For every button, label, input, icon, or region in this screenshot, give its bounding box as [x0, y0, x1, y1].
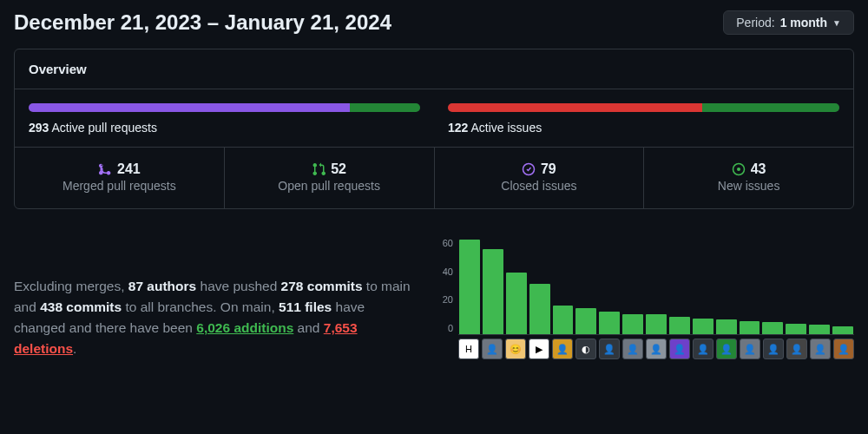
- pull-requests-summary[interactable]: 293 Active pull requests: [29, 103, 420, 135]
- contributor-bar[interactable]: [762, 322, 783, 334]
- pr-open-icon: [312, 162, 326, 176]
- stat-label: New issues: [651, 179, 846, 193]
- contributor-bar[interactable]: [740, 321, 760, 334]
- period-selector[interactable]: Period: 1 month ▼: [723, 10, 854, 35]
- contributor-avatar[interactable]: ▶: [529, 339, 549, 359]
- issue-label: Active issues: [470, 121, 542, 135]
- contributor-avatar[interactable]: 👤: [599, 339, 620, 359]
- issue-closed-icon: [522, 162, 536, 176]
- contributor-avatar[interactable]: 👤: [482, 339, 503, 359]
- contributor-avatar[interactable]: 👤: [763, 339, 784, 359]
- merge-icon: [98, 162, 112, 176]
- contributor-bar[interactable]: [669, 317, 690, 334]
- stat-count: 52: [331, 161, 346, 177]
- y-tick: 60: [443, 238, 453, 248]
- pr-count: 293: [29, 121, 49, 135]
- stat-label: Open pull requests: [232, 179, 427, 193]
- stat-label: Closed issues: [442, 179, 637, 193]
- pr-progress-bar: [29, 103, 420, 112]
- issue-progress-bar: [448, 103, 839, 112]
- contributors-chart: 6040200 H👤😊▶👤◐👤👤👤👤👤👤👤👤👤👤👤: [443, 233, 854, 359]
- contributor-avatar[interactable]: 😊: [505, 339, 526, 359]
- contributor-avatar[interactable]: 👤: [810, 339, 831, 359]
- stat-cell-issue-closed[interactable]: 79Closed issues: [435, 148, 645, 208]
- contributor-bar[interactable]: [786, 324, 806, 334]
- contributor-avatar[interactable]: 👤: [716, 339, 737, 359]
- contributor-avatar[interactable]: 👤: [833, 339, 854, 359]
- stat-cell-pr-open[interactable]: 52Open pull requests: [225, 148, 435, 208]
- contributor-bar[interactable]: [553, 306, 574, 334]
- contributor-avatar[interactable]: H: [458, 339, 479, 359]
- additions-link[interactable]: 6,026 additions: [196, 320, 293, 335]
- contributor-avatar[interactable]: 👤: [693, 339, 713, 359]
- stat-cell-merge[interactable]: 241Merged pull requests: [15, 148, 225, 208]
- stat-label: Merged pull requests: [22, 179, 217, 193]
- stat-count: 79: [541, 161, 556, 177]
- pr-label: Active pull requests: [51, 121, 156, 135]
- y-tick: 40: [443, 266, 453, 277]
- period-label: Period:: [736, 16, 774, 30]
- y-tick: 0: [443, 323, 453, 333]
- svg-point-2: [737, 168, 740, 171]
- y-tick: 20: [443, 294, 453, 305]
- contributor-bar[interactable]: [483, 249, 503, 334]
- contributor-bar[interactable]: [832, 326, 853, 334]
- contributor-avatar[interactable]: 👤: [786, 339, 807, 359]
- contributor-bar[interactable]: [622, 314, 643, 334]
- contributor-avatar[interactable]: 👤: [622, 339, 643, 359]
- date-range: December 21, 2023 – January 21, 2024: [14, 10, 391, 35]
- period-value: 1 month: [780, 16, 827, 30]
- contributor-bar[interactable]: [693, 319, 713, 334]
- issue-open-icon: [732, 162, 746, 176]
- commit-summary: Excluding merges, 87 authors have pushed…: [14, 276, 418, 359]
- issues-summary[interactable]: 122 Active issues: [448, 103, 839, 135]
- chevron-down-icon: ▼: [832, 18, 841, 28]
- stat-count: 241: [117, 161, 141, 177]
- issue-count: 122: [448, 121, 468, 135]
- overview-title: Overview: [15, 49, 853, 89]
- contributor-avatar[interactable]: 👤: [552, 339, 573, 359]
- contributor-bar[interactable]: [506, 273, 527, 334]
- contributor-avatar[interactable]: 👤: [646, 339, 667, 359]
- contributor-bar[interactable]: [716, 319, 737, 334]
- contributor-bar[interactable]: [599, 312, 620, 334]
- contributor-bar[interactable]: [529, 284, 550, 334]
- contributor-bar[interactable]: [809, 325, 830, 334]
- stat-count: 43: [751, 161, 766, 177]
- contributor-avatar[interactable]: ◐: [575, 339, 596, 359]
- contributor-avatar[interactable]: 👤: [740, 339, 760, 359]
- contributor-bar[interactable]: [459, 240, 480, 334]
- contributor-bar[interactable]: [575, 308, 596, 334]
- overview-panel: Overview 293 Active pull requests 122 Ac…: [14, 49, 854, 209]
- contributor-avatar[interactable]: 👤: [669, 339, 690, 359]
- stat-cell-issue-open[interactable]: 43New issues: [644, 148, 853, 208]
- contributor-bar[interactable]: [646, 314, 667, 334]
